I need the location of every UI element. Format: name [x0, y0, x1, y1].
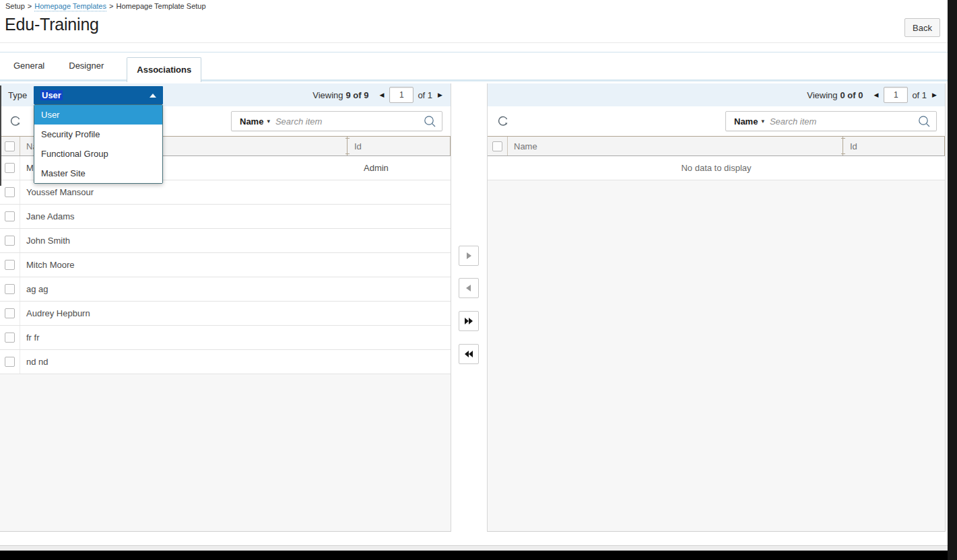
search-icon[interactable] — [424, 115, 436, 128]
row-checkbox-cell — [0, 180, 20, 204]
row-checkbox[interactable] — [5, 260, 15, 270]
prev-page-icon[interactable]: ◀ — [378, 90, 385, 100]
name-column-header[interactable]: Name — [508, 137, 843, 155]
row-name: Audrey Hepburn — [20, 302, 348, 325]
page-number-input[interactable] — [389, 87, 414, 103]
next-page-icon[interactable]: ▶ — [931, 90, 938, 100]
search-filter-dropdown[interactable]: Name — [240, 116, 263, 127]
table-row[interactable]: John Smith — [0, 229, 451, 253]
move-all-right-button[interactable] — [459, 311, 479, 331]
id-column-header[interactable]: Id — [843, 137, 944, 155]
row-id — [348, 326, 451, 349]
chevron-up-icon — [150, 94, 156, 98]
right-search-box: Name ▾ — [725, 111, 937, 131]
search-input[interactable] — [770, 116, 918, 127]
right-table-header: Name Id — [488, 136, 945, 156]
type-option[interactable]: Security Profile — [34, 125, 162, 144]
type-select-value: User — [40, 90, 63, 100]
row-checkbox[interactable] — [5, 357, 15, 367]
tab-strip: GeneralDesignerAssociations — [0, 52, 948, 81]
row-id: Admin — [348, 156, 451, 180]
page-of-label: of 1 — [418, 90, 432, 100]
row-checkbox[interactable] — [5, 211, 15, 221]
page-title: Edu-Training — [5, 15, 99, 34]
arrow-right-icon — [465, 252, 473, 260]
table-row[interactable]: Mitch Moore — [0, 253, 451, 277]
screen-bottom-edge — [0, 551, 957, 560]
search-input[interactable] — [275, 116, 424, 127]
page-number-input[interactable] — [884, 87, 908, 103]
row-name: Youssef Mansour — [20, 180, 348, 204]
breadcrumb-item: Setup — [5, 2, 25, 10]
homepage-template-setup-page: Setup>Homepage Templates>Homepage Templa… — [0, 0, 957, 560]
row-name: Mitch Moore — [20, 253, 348, 277]
row-checkbox-cell — [0, 302, 20, 325]
type-label: Type — [8, 90, 27, 100]
move-left-button[interactable] — [459, 278, 479, 298]
row-name: ag ag — [20, 277, 348, 301]
breadcrumb: Setup>Homepage Templates>Homepage Templa… — [5, 2, 206, 10]
type-option[interactable]: User — [34, 105, 162, 125]
prev-page-icon[interactable]: ◀ — [872, 90, 880, 100]
tab-associations[interactable]: Associations — [127, 57, 201, 82]
row-checkbox[interactable] — [5, 187, 15, 197]
row-checkbox[interactable] — [5, 284, 15, 294]
row-name: fr fr — [20, 326, 348, 349]
table-row[interactable]: Audrey Hepburn — [0, 302, 451, 326]
back-button[interactable]: Back — [904, 18, 940, 37]
row-checkbox-cell — [0, 156, 20, 180]
screen-right-edge — [948, 0, 957, 560]
search-icon[interactable] — [918, 115, 931, 128]
move-all-left-button[interactable] — [459, 344, 479, 364]
type-option[interactable]: Master Site — [34, 164, 162, 183]
row-id — [348, 253, 451, 277]
right-panel-header-bar: Viewing 0 of 0 ◀ of 1 ▶ — [488, 83, 945, 106]
left-search-box: Name ▾ — [231, 111, 442, 131]
breadcrumb-item[interactable]: Homepage Templates — [34, 2, 106, 11]
select-all-checkbox[interactable] — [492, 141, 502, 151]
tab-general[interactable]: General — [12, 53, 46, 82]
select-all-cell — [0, 137, 20, 155]
row-checkbox[interactable] — [5, 332, 15, 343]
move-right-button[interactable] — [459, 246, 479, 266]
breadcrumb-item: Homepage Template Setup — [116, 2, 205, 10]
row-id — [348, 229, 451, 252]
chevron-down-icon[interactable]: ▾ — [267, 118, 270, 125]
row-checkbox[interactable] — [5, 163, 15, 173]
arrow-left-icon — [465, 284, 473, 292]
type-option[interactable]: Functional Group — [34, 144, 162, 164]
refresh-icon[interactable] — [8, 114, 23, 129]
select-all-cell — [488, 137, 508, 155]
table-row[interactable]: Youssef Mansour — [0, 180, 451, 205]
table-row[interactable]: nd nd — [0, 350, 451, 374]
select-all-checkbox[interactable] — [5, 141, 15, 151]
tab-designer[interactable]: Designer — [67, 53, 105, 82]
row-id — [348, 302, 451, 325]
row-checkbox[interactable] — [5, 308, 15, 318]
chevron-down-icon[interactable]: ▾ — [761, 118, 764, 125]
window-edge-left — [0, 85, 1, 186]
left-pagination: Viewing 9 of 9 ◀ of 1 ▶ — [312, 87, 444, 103]
double-arrow-right-icon — [464, 317, 473, 325]
right-toolbar: Name ▾ — [488, 106, 945, 136]
row-id — [348, 205, 451, 228]
table-row[interactable]: ag ag — [0, 277, 451, 302]
search-filter-dropdown[interactable]: Name — [734, 116, 758, 127]
viewing-count: 0 of 0 — [840, 90, 863, 100]
table-row[interactable]: fr fr — [0, 326, 451, 350]
page-of-label: of 1 — [912, 90, 927, 100]
table-row[interactable]: Jane Adams — [0, 205, 451, 229]
row-name: nd nd — [20, 350, 348, 374]
header-divider — [0, 42, 948, 43]
double-arrow-left-icon — [464, 350, 473, 358]
row-id — [348, 350, 451, 374]
next-page-icon[interactable]: ▶ — [436, 90, 444, 100]
row-checkbox[interactable] — [5, 236, 15, 246]
row-checkbox-cell — [0, 350, 20, 374]
viewing-label: Viewing — [312, 90, 343, 100]
refresh-icon[interactable] — [496, 114, 510, 129]
breadcrumb-separator: > — [109, 2, 113, 10]
viewing-label: Viewing — [807, 90, 837, 100]
type-select[interactable]: User — [34, 86, 163, 104]
id-column-header[interactable]: Id — [347, 137, 450, 155]
